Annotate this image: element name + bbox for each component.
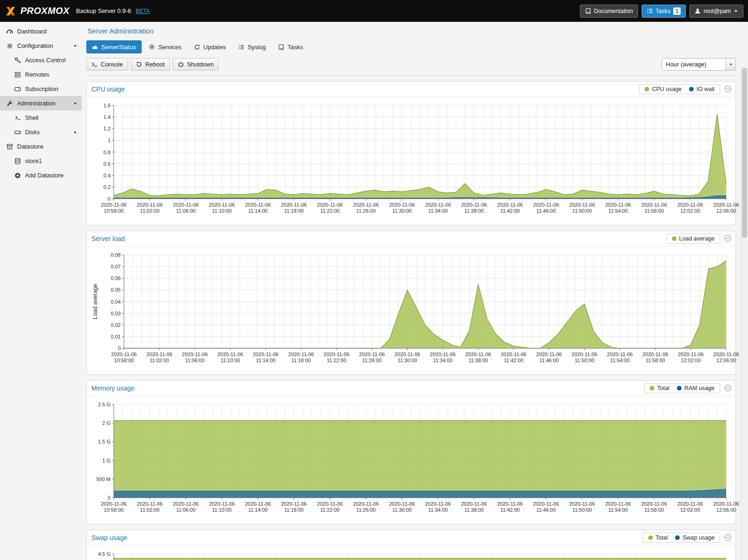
legend-label: IO wait bbox=[696, 86, 715, 92]
collapse-panel-button[interactable] bbox=[724, 235, 732, 242]
sidebar-item-remotes[interactable]: Remotes bbox=[0, 67, 82, 82]
timeframe-select[interactable]: Hour (average) bbox=[662, 58, 736, 71]
caret-down-icon[interactable] bbox=[72, 44, 79, 48]
svg-text:11:14:00: 11:14:00 bbox=[248, 507, 267, 513]
vertical-scrollbar[interactable] bbox=[741, 66, 748, 560]
sidebar-item-datastore[interactable]: Datastore bbox=[0, 139, 82, 154]
svg-text:2020-11-06: 2020-11-06 bbox=[713, 352, 739, 357]
svg-text:11:58:00: 11:58:00 bbox=[644, 507, 664, 513]
panel-header: Server loadLoad average bbox=[87, 231, 735, 247]
svg-text:2020-11-06: 2020-11-06 bbox=[607, 352, 632, 357]
svg-text:11:22:00: 11:22:00 bbox=[320, 507, 339, 513]
collapse-panel-button[interactable] bbox=[724, 534, 732, 541]
toolbar-buttons: ConsoleRebootShutdown bbox=[86, 58, 219, 71]
svg-text:11:02:00: 11:02:00 bbox=[140, 507, 160, 513]
dashboard-icon bbox=[6, 28, 13, 35]
tasks-count-badge: 1 bbox=[673, 7, 681, 15]
console-button[interactable]: Console bbox=[86, 58, 128, 71]
toolbar: ConsoleRebootShutdown Hour (average) bbox=[86, 58, 736, 76]
sidebar-item-administration[interactable]: Administration bbox=[0, 96, 82, 111]
tab-serverstatus[interactable]: ServerStatus bbox=[86, 40, 142, 53]
caret-down-icon bbox=[734, 9, 738, 13]
panel-body: 0500 M1 G1.5 G2 G2.5 G3 G3.5 G4 G4.5 G20… bbox=[87, 546, 735, 560]
legend-label: Total bbox=[656, 534, 668, 541]
collapse-panel-button[interactable] bbox=[724, 384, 732, 392]
svg-text:11:10:00: 11:10:00 bbox=[221, 358, 240, 363]
sidebar-item-disks[interactable]: Disks bbox=[0, 125, 82, 139]
reboot-button[interactable]: Reboot bbox=[131, 58, 170, 71]
svg-text:11:38:00: 11:38:00 bbox=[464, 507, 484, 513]
svg-text:11:26:00: 11:26:00 bbox=[356, 507, 376, 513]
panel-title: Swap usage bbox=[91, 534, 127, 541]
caret-down-icon[interactable] bbox=[72, 101, 79, 106]
svg-text:2020-11-06: 2020-11-06 bbox=[425, 202, 451, 208]
toolbar-button-label: Shutdown bbox=[187, 61, 214, 68]
svg-text:2020-11-06: 2020-11-06 bbox=[465, 352, 491, 357]
shutdown-button[interactable]: Shutdown bbox=[173, 58, 219, 71]
tab-label: Tasks bbox=[287, 44, 303, 51]
sidebar-item-dashboard[interactable]: Dashboard bbox=[0, 24, 82, 39]
svg-text:2020-11-06: 2020-11-06 bbox=[461, 501, 487, 507]
svg-text:12:06:00: 12:06:00 bbox=[716, 208, 736, 214]
timeframe-value: Hour (average) bbox=[662, 59, 725, 70]
sidebar-item-label: Shell bbox=[25, 114, 39, 121]
product-version: Backup Server 0.9-6 bbox=[76, 7, 131, 14]
legend-label: Swap usage bbox=[683, 534, 715, 541]
sidebar-item-store1[interactable]: store1 bbox=[0, 154, 82, 168]
tasks-label: Tasks bbox=[656, 8, 670, 14]
key-icon bbox=[14, 57, 21, 64]
svg-text:11:14:00: 11:14:00 bbox=[248, 208, 267, 214]
sidebar-item-configuration[interactable]: Configuration bbox=[0, 39, 82, 53]
tab-syslog[interactable]: Syslog bbox=[233, 40, 271, 53]
scrollbar-thumb[interactable] bbox=[742, 68, 747, 238]
documentation-button[interactable]: Documentation bbox=[580, 5, 638, 18]
svg-text:2020-11-06: 2020-11-06 bbox=[461, 202, 487, 208]
svg-text:0.08: 0.08 bbox=[111, 252, 121, 258]
tab-tasks[interactable]: Tasks bbox=[273, 40, 308, 53]
legend-dot bbox=[650, 386, 654, 391]
svg-text:11:54:00: 11:54:00 bbox=[610, 358, 630, 363]
svg-text:1: 1 bbox=[108, 137, 111, 143]
collapse-panel-button[interactable] bbox=[724, 85, 732, 93]
svg-text:11:26:00: 11:26:00 bbox=[356, 208, 376, 214]
user-menu-button[interactable]: root@pam bbox=[689, 5, 743, 18]
svg-text:0.05: 0.05 bbox=[111, 287, 121, 293]
svg-text:11:30:00: 11:30:00 bbox=[392, 507, 412, 513]
svg-text:0.4: 0.4 bbox=[104, 173, 111, 178]
sidebar-item-label: Datastore bbox=[17, 143, 43, 150]
svg-text:2020-11-06: 2020-11-06 bbox=[317, 501, 343, 507]
tasks-button[interactable]: Tasks 1 bbox=[642, 5, 686, 18]
tab-label: Services bbox=[158, 44, 182, 51]
svg-text:2020-11-06: 2020-11-06 bbox=[173, 202, 198, 208]
sidebar-item-access-control[interactable]: Access Control bbox=[0, 53, 82, 67]
terminal-icon bbox=[14, 115, 21, 121]
refresh-icon bbox=[194, 44, 200, 50]
caret-down-icon[interactable] bbox=[725, 59, 735, 70]
svg-text:11:14:00: 11:14:00 bbox=[256, 358, 275, 363]
sidebar-item-label: Add Datastore bbox=[25, 172, 64, 179]
svg-text:2020-11-06: 2020-11-06 bbox=[353, 202, 378, 208]
legend-item-ram-usage: RAM usage bbox=[677, 385, 715, 391]
svg-text:11:06:00: 11:06:00 bbox=[185, 358, 205, 363]
caret-right-icon[interactable] bbox=[72, 130, 79, 135]
svg-text:11:46:00: 11:46:00 bbox=[536, 507, 556, 513]
sidebar-item-add-datastore[interactable]: Add Datastore bbox=[0, 168, 82, 182]
brand-name: PROXMOX bbox=[20, 6, 70, 16]
beta-link[interactable]: BETA bbox=[136, 8, 150, 14]
main-layout: DashboardConfigurationAccess ControlRemo… bbox=[0, 22, 748, 560]
gears-icon bbox=[6, 43, 13, 49]
svg-text:12:06:00: 12:06:00 bbox=[716, 507, 736, 513]
page-title: Server Administration bbox=[87, 27, 736, 35]
svg-text:2020-11-06: 2020-11-06 bbox=[501, 352, 526, 357]
sidebar-item-shell[interactable]: Shell bbox=[0, 111, 82, 125]
svg-text:2020-11-06: 2020-11-06 bbox=[713, 202, 739, 208]
top-bar: PROXMOX Backup Server 0.9-6 BETA Documen… bbox=[0, 0, 748, 22]
sidebar-item-subscription[interactable]: Subscription bbox=[0, 82, 82, 96]
tab-updates[interactable]: Updates bbox=[189, 40, 231, 53]
svg-text:11:22:00: 11:22:00 bbox=[327, 358, 346, 363]
book-icon bbox=[585, 8, 591, 14]
tab-services[interactable]: Services bbox=[143, 40, 187, 53]
database-icon bbox=[14, 158, 21, 164]
legend-dot bbox=[689, 87, 694, 91]
svg-text:2.5 G: 2.5 G bbox=[98, 402, 111, 407]
